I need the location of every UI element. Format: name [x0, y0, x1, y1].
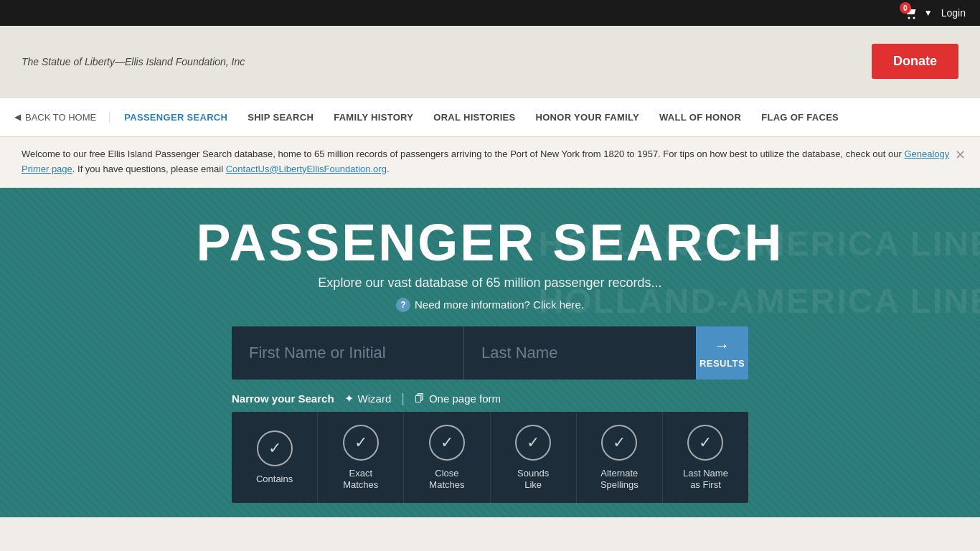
- divider: |: [401, 391, 405, 406]
- nav-flag-of-faces[interactable]: FLAG OF FACES: [761, 112, 839, 123]
- svg-point-1: [913, 17, 915, 19]
- nav-ship-search[interactable]: SHIP SEARCH: [248, 112, 314, 123]
- wizard-icon: ✦: [344, 392, 354, 405]
- wizard-label: Wizard: [358, 392, 392, 405]
- nav-links: PASSENGER SEARCH SHIP SEARCH FAMILY HIST…: [124, 112, 839, 123]
- filter-options: ✓ Contains ✓ ExactMatches ✓ CloseMatches…: [232, 412, 748, 504]
- hero-section: HOLLAND-AMERICA LINE HOLLAND-AMERICA LIN…: [0, 188, 980, 518]
- filter-last-name-as-first-label: Last Nameas First: [683, 468, 728, 492]
- svg-point-0: [908, 17, 910, 19]
- filter-alternate-spellings-label: AlternateSpellings: [600, 468, 639, 492]
- filter-contains[interactable]: ✓ Contains: [232, 412, 318, 504]
- filter-close-matches-label: CloseMatches: [429, 468, 464, 492]
- filter-alternate-spellings[interactable]: ✓ AlternateSpellings: [577, 412, 663, 504]
- form-icon: 🗍: [415, 392, 425, 404]
- exact-matches-check-icon: ✓: [343, 425, 379, 461]
- hero-info-text: Need more information? Click here.: [415, 298, 584, 311]
- filter-contains-label: Contains: [256, 474, 293, 486]
- cart-badge: 0: [900, 2, 911, 14]
- nav-wall-of-honor[interactable]: WALL OF HONOR: [659, 112, 741, 123]
- filter-sounds-like-label: SoundsLike: [517, 468, 549, 492]
- wizard-link[interactable]: ✦ Wizard: [344, 392, 392, 405]
- results-label: RESULTS: [699, 358, 745, 369]
- narrow-search-bar: Narrow your Search ✦ Wizard | 🗍 One page…: [232, 391, 748, 406]
- site-header: The Statue of Liberty—Ellis Island Found…: [0, 26, 980, 98]
- filter-exact-matches[interactable]: ✓ ExactMatches: [318, 412, 404, 504]
- cart-chevron-icon: ▼: [924, 8, 933, 18]
- notice-text-3: .: [387, 164, 390, 174]
- nav-passenger-search[interactable]: PASSENGER SEARCH: [124, 112, 227, 123]
- filter-sounds-like[interactable]: ✓ SoundsLike: [491, 412, 577, 504]
- last-name-input[interactable]: [464, 326, 696, 380]
- top-bar: 0 ▼ Login: [0, 0, 980, 26]
- sounds-like-check-icon: ✓: [515, 425, 551, 461]
- notice-text-2: . If you have questions, please email: [72, 164, 226, 174]
- notice-banner: Welcome to our free Ellis Island Passeng…: [0, 137, 980, 188]
- cart-button[interactable]: 0 ▼: [903, 6, 933, 19]
- arrow-right-icon: →: [714, 336, 730, 355]
- close-notice-button[interactable]: ✕: [955, 147, 966, 163]
- main-nav: ◀ BACK TO HOME PASSENGER SEARCH SHIP SEA…: [0, 98, 980, 137]
- filter-last-name-as-first[interactable]: ✓ Last Nameas First: [663, 412, 748, 504]
- donate-button[interactable]: Donate: [872, 44, 958, 79]
- filter-exact-matches-label: ExactMatches: [343, 468, 378, 492]
- nav-oral-histories[interactable]: ORAL HISTORIES: [433, 112, 515, 123]
- site-title: The Statue of Liberty—Ellis Island Found…: [22, 56, 245, 67]
- info-icon: ?: [396, 298, 410, 312]
- back-to-home-label: BACK TO HOME: [25, 112, 96, 123]
- hero-title: PASSENGER SEARCH: [197, 217, 784, 268]
- contains-check-icon: ✓: [257, 430, 293, 466]
- hero-info-link[interactable]: ? Need more information? Click here.: [396, 298, 584, 312]
- search-box: → RESULTS: [232, 326, 748, 380]
- close-matches-check-icon: ✓: [429, 425, 465, 461]
- oneform-link[interactable]: 🗍 One page form: [415, 392, 501, 405]
- first-name-input[interactable]: [232, 326, 464, 380]
- alternate-spellings-check-icon: ✓: [601, 425, 637, 461]
- narrow-label: Narrow your Search: [232, 392, 334, 405]
- nav-honor-your-family[interactable]: HONOR YOUR FAMILY: [536, 112, 640, 123]
- back-to-home-link[interactable]: ◀ BACK TO HOME: [14, 112, 110, 123]
- filter-close-matches[interactable]: ✓ CloseMatches: [404, 412, 490, 504]
- hero-subtitle: Explore our vast database of 65 million …: [318, 276, 661, 291]
- notice-text-1: Welcome to our free Ellis Island Passeng…: [22, 149, 904, 159]
- contact-us-link[interactable]: ContactUs@LibertyEllisFoundation.org: [226, 164, 387, 174]
- search-results-button[interactable]: → RESULTS: [696, 326, 748, 380]
- login-button[interactable]: Login: [941, 7, 966, 19]
- oneform-label: One page form: [429, 392, 501, 405]
- last-name-as-first-check-icon: ✓: [687, 425, 723, 461]
- nav-family-history[interactable]: FAMILY HISTORY: [334, 112, 413, 123]
- back-arrow-icon: ◀: [14, 112, 21, 122]
